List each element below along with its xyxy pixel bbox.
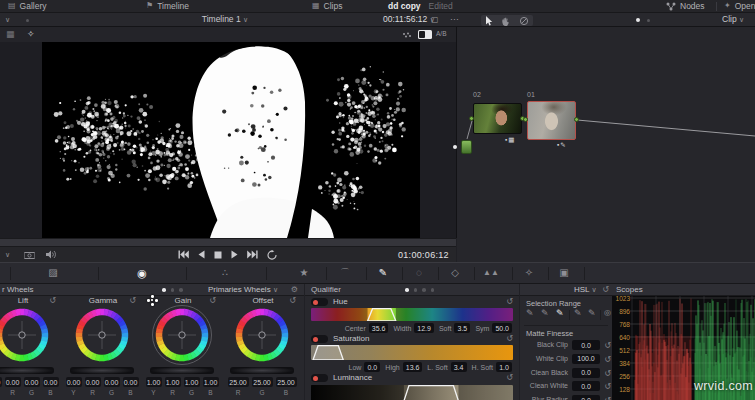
- qualifier-value[interactable]: 35.6: [369, 323, 389, 333]
- qualifier-icon[interactable]: ✎: [375, 263, 391, 283]
- saturation-range-bar[interactable]: [311, 345, 513, 360]
- curves-icon[interactable]: ⌒: [337, 263, 353, 283]
- wheel-value[interactable]: 0.00: [123, 377, 139, 387]
- wheel-reset-icon[interactable]: ↺: [289, 296, 296, 306]
- hue-reset-icon[interactable]: ↺: [506, 297, 513, 306]
- ab-compare-toggle[interactable]: A/B: [436, 27, 446, 41]
- wheel-value[interactable]: 0.00: [66, 377, 82, 387]
- hand-tool-icon[interactable]: [501, 16, 510, 26]
- node-01-thumbnail[interactable]: [527, 101, 576, 140]
- sizing-icon[interactable]: ▣: [556, 263, 572, 283]
- hue-range-bar[interactable]: [311, 308, 513, 321]
- disable-tool-icon[interactable]: [519, 16, 529, 26]
- timeline-button[interactable]: ⚑ Timeline: [146, 0, 189, 12]
- master-wheel-slider[interactable]: [230, 367, 294, 374]
- matte-value[interactable]: 0.0: [572, 340, 600, 350]
- camera-raw-icon[interactable]: ▨: [45, 263, 61, 283]
- color-wheel-control[interactable]: [0, 307, 50, 363]
- viewer-image-matte[interactable]: [42, 42, 420, 238]
- wheels-page-dots[interactable]: [162, 288, 183, 292]
- node-page-dot-active[interactable]: [636, 18, 640, 22]
- viewer-collapse-chevron[interactable]: ∨: [5, 13, 10, 26]
- play-button[interactable]: [231, 250, 238, 259]
- softness-add-icon[interactable]: ✎: [574, 308, 582, 318]
- wheel-value[interactable]: 25.00: [252, 377, 273, 387]
- qualifier-value[interactable]: 12.9: [414, 323, 434, 333]
- qualifier-mode-selector[interactable]: HSL ∨: [574, 284, 597, 295]
- wheel-value[interactable]: 0.00: [43, 377, 59, 387]
- wheel-value[interactable]: 0.00: [0, 377, 2, 387]
- wheels-mode-selector[interactable]: Primaries Wheels ∨: [208, 284, 278, 295]
- loop-button[interactable]: [267, 250, 278, 260]
- color-wheels-icon[interactable]: ◉: [134, 263, 150, 283]
- node-01-input-dot[interactable]: [523, 117, 528, 122]
- openfx-button[interactable]: ✦ OpenFX: [724, 0, 755, 12]
- clips-button[interactable]: ▦ Clips: [312, 0, 342, 12]
- qualifier-value[interactable]: 50.0: [492, 323, 512, 333]
- blur-icon[interactable]: ▲▲: [483, 263, 499, 283]
- matte-reset-icon[interactable]: ↺: [604, 355, 611, 364]
- matte-reset-icon[interactable]: ↺: [604, 382, 611, 391]
- color-wheel-control[interactable]: [154, 307, 210, 363]
- node-02-input-dot[interactable]: [469, 116, 474, 121]
- color-wheel-control[interactable]: [234, 307, 290, 363]
- timeline-selector[interactable]: Timeline 1 ∨: [175, 13, 275, 26]
- selection-reset-icon[interactable]: ↺: [602, 284, 609, 295]
- wheel-value[interactable]: 1.00: [146, 377, 162, 387]
- wheel-reset-icon[interactable]: ↺: [49, 296, 56, 306]
- wheel-value[interactable]: 0.00: [85, 377, 101, 387]
- picker-icon[interactable]: ✎: [526, 308, 534, 318]
- picker-add-icon[interactable]: ✎: [541, 308, 549, 318]
- matte-value[interactable]: 0.0: [572, 368, 600, 378]
- saturation-enable-toggle[interactable]: [311, 335, 328, 343]
- wheel-value[interactable]: 25.00: [276, 377, 297, 387]
- wheel-value[interactable]: 1.00: [203, 377, 219, 387]
- qualifier-value[interactable]: 13.6: [403, 362, 423, 372]
- wipe-mode-icon[interactable]: [418, 30, 432, 39]
- still-grab-icon[interactable]: [24, 251, 35, 259]
- picker-subtract-icon[interactable]: ✎: [556, 308, 564, 318]
- wheel-value[interactable]: 0.00: [5, 377, 21, 387]
- luminance-range-bar[interactable]: [311, 385, 513, 400]
- qualifier-value[interactable]: 1.0: [496, 362, 512, 372]
- wheel-value[interactable]: 0.00: [24, 377, 40, 387]
- key-icon[interactable]: ✧: [521, 263, 537, 283]
- matte-reset-icon[interactable]: ↺: [604, 396, 611, 400]
- matte-reset-icon[interactable]: ↺: [604, 341, 611, 350]
- luminance-enable-toggle[interactable]: [311, 374, 328, 382]
- source-input-node[interactable]: [461, 140, 472, 154]
- node-02-thumbnail[interactable]: [473, 103, 522, 134]
- viewer-scrub-bar[interactable]: [0, 238, 456, 247]
- matte-reset-icon[interactable]: ↺: [604, 369, 611, 378]
- pointer-tool-icon[interactable]: [485, 16, 493, 26]
- viewer-options-icon[interactable]: ⋯: [450, 13, 459, 26]
- softness-subtract-icon[interactable]: ✎: [588, 308, 596, 318]
- matte-value[interactable]: 0.0: [572, 381, 600, 391]
- wheel-reset-icon[interactable]: ↺: [209, 296, 216, 306]
- invert-selection-icon[interactable]: ◎: [604, 308, 611, 317]
- matte-value[interactable]: 0.0: [572, 395, 600, 400]
- stop-button[interactable]: [214, 251, 222, 259]
- hue-enable-toggle[interactable]: [311, 298, 328, 306]
- color-wheel-control[interactable]: [74, 307, 130, 363]
- qualifier-value[interactable]: 0.0: [364, 362, 380, 372]
- saturation-reset-icon[interactable]: ↺: [506, 334, 513, 343]
- record-timecode[interactable]: 00:11:56:12 ∨: [383, 13, 435, 26]
- qualifier-value[interactable]: 3.5: [454, 323, 470, 333]
- go-to-start-button[interactable]: [178, 250, 189, 259]
- node-page-dot[interactable]: [647, 19, 650, 22]
- node-01-output-dot[interactable]: [574, 117, 579, 122]
- qualifier-value[interactable]: 3.4: [451, 362, 467, 372]
- go-to-end-button[interactable]: [247, 250, 258, 259]
- qualifier-page-dots[interactable]: [405, 288, 434, 292]
- effects-star-icon[interactable]: ★: [296, 263, 312, 283]
- zoom-dots-icon[interactable]: [402, 32, 412, 39]
- master-wheel-slider[interactable]: [0, 367, 54, 374]
- wheels-settings-icon[interactable]: ⚙: [291, 284, 298, 295]
- wheel-value[interactable]: 0.00: [104, 377, 120, 387]
- highlight-wand-icon[interactable]: ✧: [27, 27, 35, 41]
- wheel-value[interactable]: 1.00: [165, 377, 181, 387]
- expand-viewer-icon[interactable]: ▢: [431, 13, 439, 26]
- master-wheel-slider[interactable]: [150, 367, 214, 374]
- power-window-icon[interactable]: ◌: [411, 263, 427, 283]
